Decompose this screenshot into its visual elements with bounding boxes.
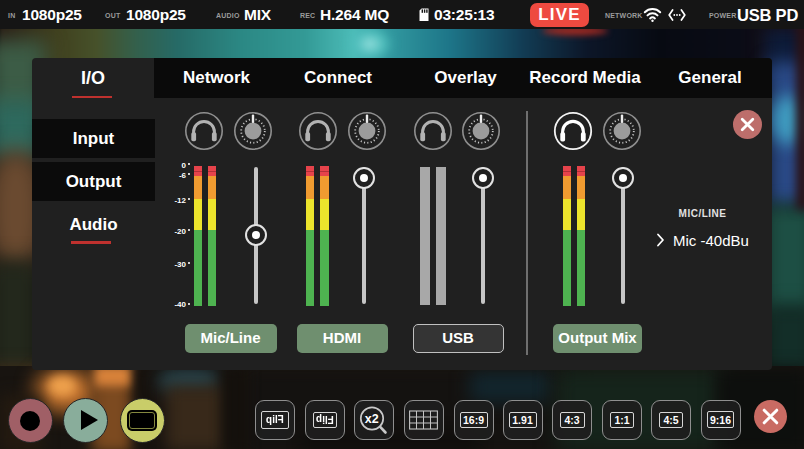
- svg-text:x2: x2: [365, 412, 379, 426]
